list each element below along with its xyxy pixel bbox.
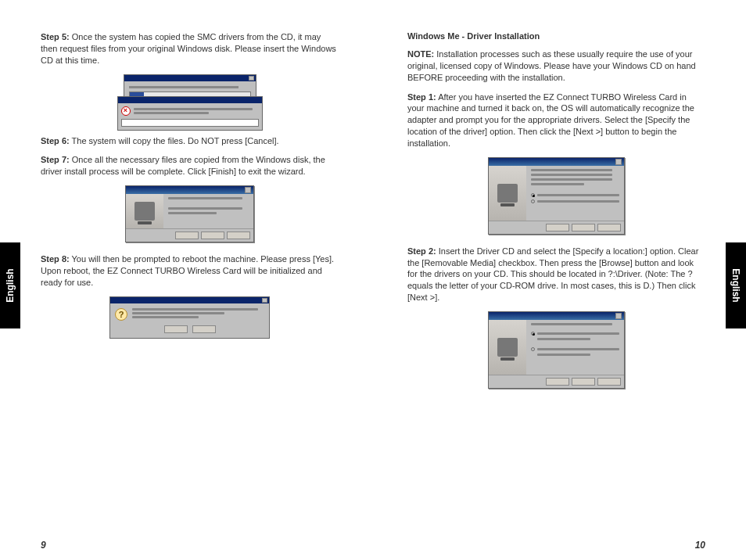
- step-8-text: You will then be prompted to reboot the …: [41, 254, 334, 287]
- wizard-cancel-button: [597, 378, 621, 386]
- radio-icon: [531, 332, 535, 336]
- step-8-label: Step 8:: [41, 254, 70, 264]
- step-7-label: Step 7:: [41, 155, 70, 164]
- computer-icon: [134, 202, 155, 221]
- note-paragraph: NOTE: Installation processes such as the…: [407, 48, 705, 84]
- close-icon: [615, 159, 622, 165]
- radio-icon: [531, 347, 535, 351]
- step-5-text: Once the system has copied the SMC drive…: [41, 32, 336, 65]
- close-icon: [249, 76, 254, 81]
- wizard-back-button: [546, 378, 569, 386]
- note-label: NOTE:: [407, 49, 434, 59]
- page-number-right: 10: [695, 540, 705, 551]
- step-1-label: Step 1:: [407, 92, 436, 102]
- page-right: English Windows Me - Driver Installation…: [373, 0, 746, 560]
- step-2-text: Insert the Driver CD and select the [Spe…: [407, 246, 698, 302]
- copy-files-dialog: ×: [124, 74, 256, 121]
- wizard-next-button: [572, 224, 595, 232]
- language-tab-label: English: [5, 268, 16, 302]
- language-tab-right: English: [726, 242, 746, 328]
- step-5-label: Step 5:: [41, 32, 70, 41]
- step-2-label: Step 2:: [407, 246, 436, 256]
- screenshot-step5: ×: [41, 74, 339, 121]
- wizard-finish-button: [201, 232, 224, 239]
- step-1-paragraph: Step 1: After you have inserted the EZ C…: [407, 92, 705, 149]
- radio-icon: [531, 199, 535, 203]
- step-5-paragraph: Step 5: Once the system has copied the S…: [41, 31, 339, 66]
- step-8-paragraph: Step 8: You will then be prompted to reb…: [41, 253, 339, 289]
- language-tab-left: English: [0, 242, 20, 328]
- step-2-paragraph: Step 2: Insert the Driver CD and select …: [407, 246, 705, 303]
- wizard-cancel-button: [597, 224, 621, 232]
- screenshot-step8: ?: [41, 296, 339, 339]
- path-input: [121, 119, 259, 127]
- screenshot-step2: [407, 311, 705, 389]
- step-6-paragraph: Step 6: The system will copy the files. …: [41, 135, 339, 147]
- close-icon: [262, 298, 267, 303]
- wizard-back-button: [175, 232, 199, 239]
- step-1-text: After you have inserted the EZ Connect T…: [407, 92, 694, 148]
- language-tab-label: English: [730, 268, 741, 302]
- copy-progress-titlebar: [124, 75, 256, 81]
- step-6-text: The system will copy the files. Do NOT p…: [72, 136, 279, 145]
- radio-icon: [531, 193, 535, 197]
- no-button: [192, 325, 216, 333]
- note-text: Installation processes such as these usu…: [407, 49, 696, 82]
- page-spread: English Step 5: Once the system has copi…: [0, 0, 746, 560]
- page-left: English Step 5: Once the system has copi…: [0, 0, 373, 560]
- question-icon: ?: [115, 308, 127, 321]
- reboot-prompt-dialog: ?: [109, 296, 270, 339]
- finish-wizard-dialog: [125, 185, 254, 242]
- computer-icon: [497, 184, 518, 203]
- wizard-next-button: [572, 378, 595, 386]
- new-hardware-wizard-2: [488, 311, 625, 389]
- yes-button: [164, 325, 188, 333]
- wizard-back-button: [546, 224, 569, 232]
- page-number-left: 9: [41, 540, 46, 551]
- new-hardware-wizard-1: [488, 157, 625, 235]
- wizard-art: [126, 194, 163, 228]
- step-7-paragraph: Step 7: Once all the necessary files are…: [41, 154, 339, 178]
- step-6-label: Step 6:: [41, 136, 70, 145]
- close-icon: [615, 313, 622, 319]
- section-title: Windows Me - Driver Installation: [407, 31, 705, 41]
- wizard-art: [489, 320, 526, 375]
- wizard-art: [489, 166, 526, 221]
- error-icon: ×: [121, 106, 131, 116]
- step-7-text: Once all the necessary files are copied …: [41, 155, 325, 176]
- insert-disk-dialog: ×: [117, 96, 263, 131]
- computer-icon: [497, 338, 518, 357]
- screenshot-step7: [41, 185, 339, 242]
- close-icon: [245, 187, 251, 193]
- wizard-cancel-button: [227, 232, 250, 239]
- screenshot-step1: [407, 157, 705, 235]
